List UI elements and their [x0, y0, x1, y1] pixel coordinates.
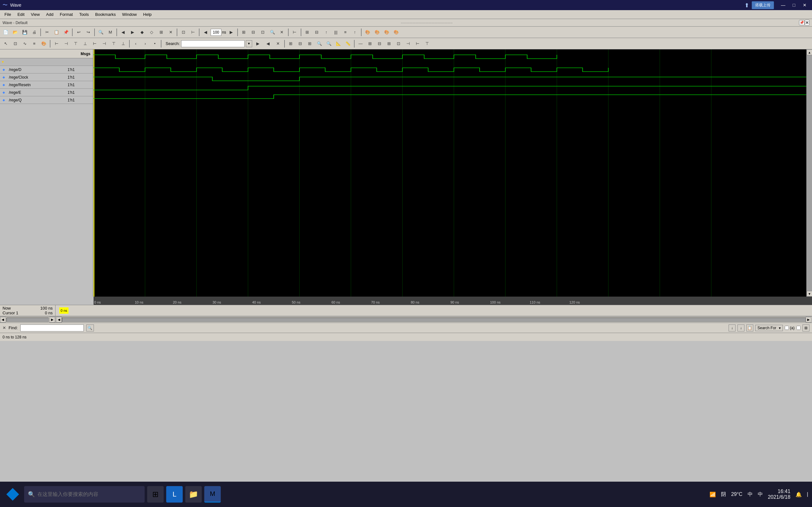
search-back-btn[interactable]: ◀	[264, 40, 272, 48]
signal-group-header[interactable]: ▼	[0, 58, 93, 66]
tb-col2[interactable]: 🎨	[373, 28, 382, 37]
tb2-line5[interactable]: ⊡	[394, 40, 403, 48]
tb-zoom1[interactable]: ⊞	[240, 28, 248, 37]
taskbar-app-wave[interactable]: M	[204, 486, 221, 503]
tb-print[interactable]: 🖨	[30, 28, 39, 37]
tb-zoom5[interactable]: ✕	[277, 28, 287, 37]
tb-more5[interactable]: ≡	[341, 28, 350, 37]
find-regex-check[interactable]	[785, 326, 789, 330]
tb-cursor[interactable]: ⊢	[290, 28, 299, 37]
search-dropdown-btn[interactable]: ▼	[246, 40, 252, 47]
tb-more1[interactable]: ⊞	[303, 28, 312, 37]
search-input[interactable]	[181, 40, 245, 47]
tb-new[interactable]: 📄	[1, 28, 10, 37]
h-scroll-thumb-left[interactable]	[6, 318, 49, 322]
find-input[interactable]	[20, 325, 84, 331]
h-scroll-left-btn[interactable]: ◀	[0, 317, 6, 323]
tb-r5[interactable]: ⊞	[157, 28, 165, 37]
tb-wave[interactable]: ∿	[20, 40, 29, 48]
tb-zoom2[interactable]: ⊟	[249, 28, 258, 37]
menu-bookmarks[interactable]: Bookmarks	[92, 11, 119, 17]
tb-r1[interactable]: ◀	[119, 28, 128, 37]
menu-view[interactable]: View	[28, 11, 43, 17]
tb2-zoom7[interactable]: 📏	[344, 40, 352, 48]
wave-close-button[interactable]: ✕	[805, 20, 809, 26]
signal-row-1[interactable]: ◆ /rege/Clock 1'h1	[0, 73, 93, 81]
tb-more3[interactable]: ↑	[322, 28, 331, 37]
tb2-line3[interactable]: ⊟	[375, 40, 384, 48]
tb-r6[interactable]: ✕	[166, 28, 175, 37]
tb2-line1[interactable]: —	[356, 40, 365, 48]
maximize-button[interactable]: □	[789, 1, 799, 9]
tb2-c3[interactable]: •	[150, 40, 159, 48]
tb-cut[interactable]: ✂	[43, 28, 51, 37]
signal-row-0[interactable]: ◆ /rege/D 1'h1	[0, 66, 93, 73]
find-option-btn[interactable]: 📋	[746, 325, 753, 331]
tb-replace[interactable]: M	[106, 28, 115, 37]
tb-pointer[interactable]: ↖	[1, 40, 10, 48]
tb2-b8[interactable]: ⊥	[119, 40, 128, 48]
tb-signal[interactable]: ≡	[30, 40, 39, 48]
h-scroll-track[interactable]	[62, 318, 806, 322]
search-clear-btn[interactable]: ✕	[274, 40, 283, 48]
search-go-btn[interactable]: ▶	[253, 40, 262, 48]
scroll-down-btn[interactable]: ▼	[807, 291, 812, 297]
tb-box[interactable]: ⊡	[11, 40, 20, 48]
h-scroll-main-right[interactable]: ▶	[806, 317, 811, 323]
tb-zoom4[interactable]: 🔍	[268, 28, 277, 37]
tb2-b6[interactable]: ⊣	[100, 40, 108, 48]
taskbar-app-explorer[interactable]: 📁	[185, 486, 202, 503]
tb-more2[interactable]: ⊟	[312, 28, 321, 37]
menu-window[interactable]: Window	[119, 11, 140, 17]
tb-r3[interactable]: ◆	[138, 28, 147, 37]
menu-tools[interactable]: Tools	[76, 11, 92, 17]
minimize-button[interactable]: —	[778, 1, 788, 9]
tb-redo[interactable]: ↪	[84, 28, 93, 37]
start-button[interactable]	[4, 486, 21, 503]
signal-row-3[interactable]: ◆ /rege/E 1'h1	[0, 89, 93, 96]
tb2-zoom2[interactable]: ⊟	[296, 40, 305, 48]
taskbar-app-l[interactable]: L	[166, 486, 183, 503]
tb2-line6[interactable]: ⊣	[404, 40, 413, 48]
menu-format[interactable]: Format	[56, 11, 76, 17]
menu-edit[interactable]: Edit	[14, 11, 28, 17]
find-next-btn[interactable]: ↓	[738, 325, 745, 331]
wave-panel[interactable]	[94, 49, 806, 297]
taskbar-search-bar[interactable]: 🔍	[24, 486, 145, 503]
tb2-b2[interactable]: ⊣	[61, 40, 70, 48]
tb-r4[interactable]: ◇	[147, 28, 156, 37]
tb2-c1[interactable]: ‹	[131, 40, 140, 48]
tb2-line2[interactable]: ⊞	[366, 40, 374, 48]
tb2-zoom4[interactable]: 🔍	[315, 40, 324, 48]
menu-add[interactable]: Add	[43, 11, 56, 17]
taskbar-app-taskview[interactable]: ⊞	[147, 486, 164, 503]
find-prev-btn[interactable]: ↓	[728, 325, 735, 331]
menu-help[interactable]: Help	[140, 11, 155, 17]
tb2-zoom6[interactable]: 📐	[334, 40, 343, 48]
tb-col1[interactable]: 🎨	[363, 28, 372, 37]
h-scroll-main-left[interactable]: ◀	[56, 317, 62, 323]
tb2-line4[interactable]: ⊞	[385, 40, 394, 48]
search-for-dropdown[interactable]: Search For ▼	[755, 325, 783, 331]
upload-button[interactable]: 搭载上传	[752, 1, 774, 9]
find-close-btn[interactable]: ✕	[3, 326, 6, 330]
taskbar-show-desktop[interactable]: |	[807, 492, 808, 497]
tb2-line8[interactable]: ⊤	[423, 40, 432, 48]
tb-col3[interactable]: 🎨	[382, 28, 391, 37]
h-scroll-right-btn[interactable]: ▶	[49, 317, 55, 323]
tb-more4[interactable]: |||	[332, 28, 340, 37]
find-check2[interactable]	[797, 326, 801, 330]
tb-snap[interactable]: ⊡	[179, 28, 188, 37]
tb2-c2[interactable]: ›	[141, 40, 150, 48]
tb2-b7[interactable]: ⊤	[109, 40, 118, 48]
tb-find[interactable]: 🔍	[96, 28, 105, 37]
tb-undo[interactable]: ↩	[74, 28, 83, 37]
tb-align[interactable]: ⊢	[189, 28, 197, 37]
tb2-zoom3[interactable]: ⊞	[305, 40, 314, 48]
tb-col4[interactable]: 🎨	[392, 28, 401, 37]
scroll-track-right[interactable]	[807, 55, 812, 291]
tb-copy[interactable]: 📋	[52, 28, 61, 37]
menu-file[interactable]: File	[1, 11, 14, 17]
tb-more6[interactable]: ↑	[351, 28, 359, 37]
tb-open[interactable]: 📂	[11, 28, 20, 37]
